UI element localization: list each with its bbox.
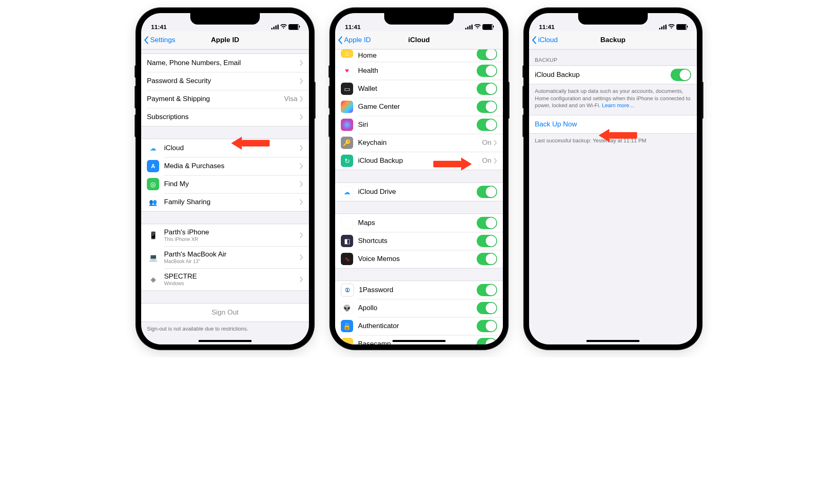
signout-footer: Sign-out is not available due to restric…: [141, 322, 309, 336]
row-authenticator[interactable]: 🔒Authenticator: [335, 317, 503, 335]
row-health[interactable]: ♥Health: [335, 62, 503, 80]
backup-description: Automatically back up data such as your …: [529, 84, 697, 112]
home-indicator[interactable]: [198, 340, 252, 342]
gamecenter-icon: [341, 101, 353, 113]
toggle-on[interactable]: [477, 119, 497, 131]
toggle-on[interactable]: [477, 186, 497, 198]
battery-icon: [482, 24, 493, 30]
toggle-on[interactable]: [477, 338, 497, 344]
authenticator-icon: 🔒: [341, 320, 353, 332]
chevron-right-icon: [300, 114, 303, 120]
row-payment-shipping[interactable]: Payment & ShippingVisa: [141, 90, 309, 108]
annotation-arrow-backupnow: [599, 129, 637, 142]
toggle-on[interactable]: [477, 65, 497, 77]
back-button[interactable]: iCloud: [529, 36, 558, 44]
phone-appleid: 11:41 Settings Apple ID Name, Phone Numb…: [136, 8, 314, 349]
row-game-center[interactable]: Game Center: [335, 98, 503, 116]
status-time: 11:41: [345, 23, 360, 30]
wifi-icon: [280, 23, 287, 30]
back-label: iCloud: [538, 36, 558, 44]
windows-icon: ◆: [147, 273, 159, 286]
row-device-iphone[interactable]: 📱Parth's iPhoneThis iPhone XR: [141, 224, 309, 246]
cellular-icon: [659, 25, 667, 29]
chevron-right-icon: [300, 60, 303, 66]
toggle-on[interactable]: [477, 101, 497, 113]
row-siri[interactable]: Siri: [335, 116, 503, 134]
onepassword-icon: ①: [341, 284, 354, 297]
toggle-on[interactable]: [477, 217, 497, 229]
row-icloud-drive[interactable]: ☁︎iCloud Drive: [335, 183, 503, 201]
row-home[interactable]: ⌂Home: [335, 50, 503, 62]
sign-out-button[interactable]: Sign Out: [141, 304, 309, 322]
apollo-icon: 👽: [341, 302, 353, 314]
back-label: Settings: [150, 36, 175, 44]
row-subscriptions[interactable]: Subscriptions: [141, 108, 309, 126]
group-drive: ☁︎iCloud Drive: [335, 182, 503, 201]
home-indicator[interactable]: [392, 340, 446, 342]
toggle-on[interactable]: [477, 50, 497, 60]
toggle-on[interactable]: [477, 284, 497, 296]
chevron-right-icon: [300, 96, 303, 102]
group-icloud-backup: iCloud Backup: [529, 65, 697, 84]
row-password-security[interactable]: Password & Security: [141, 72, 309, 90]
row-shortcuts[interactable]: ◧Shortcuts: [335, 232, 503, 250]
row-icloud[interactable]: ☁︎iCloud: [141, 139, 309, 157]
toggle-on[interactable]: [477, 302, 497, 314]
back-label: Apple ID: [344, 36, 371, 44]
row-device-macbook[interactable]: 💻Parth's MacBook AirMacBook Air 13": [141, 246, 309, 268]
cellular-icon: [271, 25, 279, 29]
row-maps[interactable]: 🗺Maps: [335, 214, 503, 232]
basecamp-icon: ⌂: [341, 338, 353, 344]
row-icloud-backup[interactable]: ↻iCloud BackupOn: [335, 152, 503, 170]
iclouddrive-icon: ☁︎: [341, 186, 353, 198]
status-time: 11:41: [539, 23, 554, 30]
phone-icloud: 11:41 Apple ID iCloud ⌂Home ♥Health ▭Wal…: [330, 8, 508, 349]
nav-bar: Settings Apple ID: [141, 31, 309, 50]
group-apps-a: ⌂Home ♥Health ▭Wallet Game Center Siri 🔑…: [335, 50, 503, 170]
voicememos-icon: ∿: [341, 253, 353, 265]
family-icon: 👥: [147, 196, 159, 208]
toggle-on[interactable]: [477, 83, 497, 95]
notch: [578, 13, 648, 25]
home-indicator[interactable]: [586, 340, 640, 342]
shortcuts-icon: ◧: [341, 235, 353, 247]
back-button[interactable]: Settings: [141, 36, 175, 44]
group-services: ☁︎iCloud AMedia & Purchases ◎Find My 👥Fa…: [141, 139, 309, 212]
annotation-arrow-backup: [433, 158, 472, 171]
row-family-sharing[interactable]: 👥Family Sharing: [141, 193, 309, 211]
group-third-party: ①1Password 👽Apollo 🔒Authenticator ⌂Basec…: [335, 281, 503, 344]
row-icloud-backup-toggle[interactable]: iCloud Backup: [529, 66, 697, 84]
notch: [384, 13, 454, 25]
learn-more-link[interactable]: Learn more…: [602, 102, 634, 108]
row-voice-memos[interactable]: ∿Voice Memos: [335, 250, 503, 268]
toggle-on[interactable]: [671, 69, 691, 81]
home-icon: ⌂: [341, 50, 353, 58]
health-icon: ♥: [341, 65, 353, 77]
row-keychain[interactable]: 🔑KeychainOn: [335, 134, 503, 152]
maps-icon: 🗺: [341, 217, 353, 229]
toggle-on[interactable]: [477, 235, 497, 247]
group-signout: Sign Out: [141, 303, 309, 322]
wifi-icon: [474, 23, 481, 30]
row-media-purchases[interactable]: AMedia & Purchases: [141, 157, 309, 175]
findmy-icon: ◎: [147, 178, 159, 190]
row-find-my[interactable]: ◎Find My: [141, 175, 309, 193]
row-device-windows[interactable]: ◆SPECTREWindows: [141, 268, 309, 290]
row-apollo[interactable]: 👽Apollo: [335, 299, 503, 317]
status-time: 11:41: [151, 23, 167, 30]
group-apple-apps: 🗺Maps ◧Shortcuts ∿Voice Memos: [335, 214, 503, 268]
toggle-on[interactable]: [477, 320, 497, 332]
row-1password[interactable]: ①1Password: [335, 281, 503, 299]
nav-bar: Apple ID iCloud: [335, 31, 503, 50]
nav-bar: iCloud Backup: [529, 31, 697, 50]
row-name-phone-email[interactable]: Name, Phone Numbers, Email: [141, 54, 309, 72]
row-wallet[interactable]: ▭Wallet: [335, 80, 503, 98]
iphone-icon: 📱: [147, 229, 159, 241]
macbook-icon: 💻: [147, 251, 159, 263]
annotation-arrow-icloud: [231, 137, 270, 150]
battery-icon: [676, 24, 687, 30]
appstore-icon: A: [147, 160, 159, 172]
back-button[interactable]: Apple ID: [335, 36, 371, 44]
toggle-on[interactable]: [477, 253, 497, 265]
keychain-icon: 🔑: [341, 137, 353, 149]
